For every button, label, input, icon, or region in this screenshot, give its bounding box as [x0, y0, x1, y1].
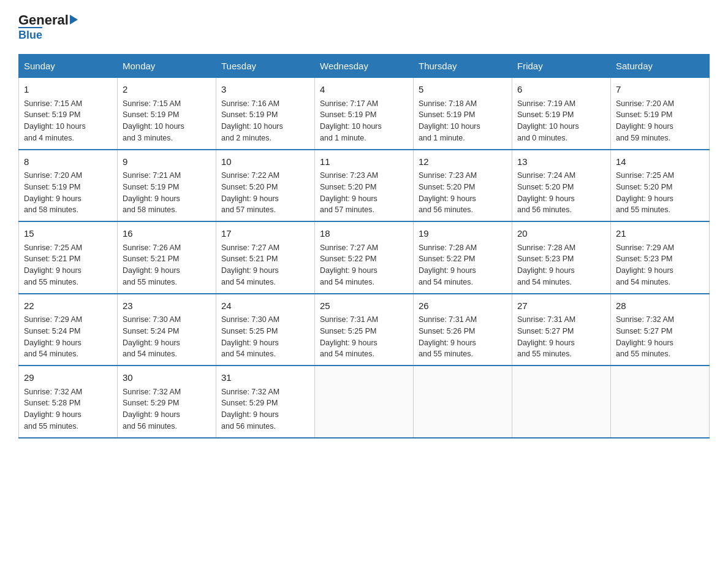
calendar-cell: 4 Sunrise: 7:17 AMSunset: 5:19 PMDayligh… [315, 78, 414, 150]
day-number: 10 [221, 155, 309, 169]
day-number: 30 [123, 371, 211, 385]
header-cell-saturday: Saturday [611, 55, 710, 78]
day-info: Sunrise: 7:20 AMSunset: 5:19 PMDaylight:… [24, 170, 112, 216]
calendar-cell: 21 Sunrise: 7:29 AMSunset: 5:23 PMDaylig… [611, 221, 710, 294]
calendar-cell: 9 Sunrise: 7:21 AMSunset: 5:19 PMDayligh… [118, 150, 216, 222]
day-number: 8 [24, 155, 112, 169]
calendar-body: 1 Sunrise: 7:15 AMSunset: 5:19 PMDayligh… [19, 78, 710, 438]
day-number: 2 [123, 83, 211, 97]
day-number: 20 [517, 227, 605, 241]
day-info: Sunrise: 7:28 AMSunset: 5:22 PMDaylight:… [419, 242, 507, 288]
day-number: 6 [517, 83, 605, 97]
calendar-cell: 1 Sunrise: 7:15 AMSunset: 5:19 PMDayligh… [19, 78, 118, 150]
day-number: 1 [24, 83, 112, 97]
calendar-cell: 16 Sunrise: 7:26 AMSunset: 5:21 PMDaylig… [118, 221, 216, 294]
calendar-cell: 25 Sunrise: 7:31 AMSunset: 5:25 PMDaylig… [315, 294, 414, 366]
calendar-cell: 20 Sunrise: 7:28 AMSunset: 5:23 PMDaylig… [512, 221, 611, 294]
day-info: Sunrise: 7:27 AMSunset: 5:21 PMDaylight:… [221, 242, 309, 288]
calendar-cell: 5 Sunrise: 7:18 AMSunset: 5:19 PMDayligh… [414, 78, 512, 150]
day-number: 26 [419, 299, 507, 313]
day-info: Sunrise: 7:16 AMSunset: 5:19 PMDaylight:… [221, 98, 309, 144]
day-number: 13 [517, 155, 605, 169]
calendar-cell: 29 Sunrise: 7:32 AMSunset: 5:28 PMDaylig… [19, 366, 118, 438]
day-info: Sunrise: 7:15 AMSunset: 5:19 PMDaylight:… [123, 98, 211, 144]
day-info: Sunrise: 7:23 AMSunset: 5:20 PMDaylight:… [419, 170, 507, 216]
calendar-header: SundayMondayTuesdayWednesdayThursdayFrid… [19, 55, 710, 78]
day-number: 21 [616, 227, 704, 241]
logo: General Blue [18, 12, 79, 42]
day-number: 18 [320, 227, 408, 241]
day-info: Sunrise: 7:30 AMSunset: 5:25 PMDaylight:… [221, 314, 309, 360]
day-info: Sunrise: 7:26 AMSunset: 5:21 PMDaylight:… [123, 242, 211, 288]
day-number: 9 [123, 155, 211, 169]
calendar-cell [414, 366, 512, 438]
day-number: 5 [419, 83, 507, 97]
calendar-table: SundayMondayTuesdayWednesdayThursdayFrid… [18, 54, 710, 439]
day-info: Sunrise: 7:29 AMSunset: 5:23 PMDaylight:… [616, 242, 704, 288]
calendar-cell: 30 Sunrise: 7:32 AMSunset: 5:29 PMDaylig… [118, 366, 216, 438]
calendar-cell: 2 Sunrise: 7:15 AMSunset: 5:19 PMDayligh… [118, 78, 216, 150]
day-number: 29 [24, 371, 112, 385]
calendar-cell [611, 366, 710, 438]
calendar-cell: 27 Sunrise: 7:31 AMSunset: 5:27 PMDaylig… [512, 294, 611, 366]
day-info: Sunrise: 7:30 AMSunset: 5:24 PMDaylight:… [123, 314, 211, 360]
calendar-cell: 3 Sunrise: 7:16 AMSunset: 5:19 PMDayligh… [216, 78, 315, 150]
day-number: 31 [221, 371, 309, 385]
day-number: 23 [123, 299, 211, 313]
day-info: Sunrise: 7:32 AMSunset: 5:29 PMDaylight:… [123, 386, 211, 432]
day-number: 17 [221, 227, 309, 241]
logo-blue-label: Blue [18, 27, 42, 42]
header-row: SundayMondayTuesdayWednesdayThursdayFrid… [19, 55, 710, 78]
day-info: Sunrise: 7:32 AMSunset: 5:27 PMDaylight:… [616, 314, 704, 360]
calendar-cell [315, 366, 414, 438]
calendar-cell: 26 Sunrise: 7:31 AMSunset: 5:26 PMDaylig… [414, 294, 512, 366]
day-info: Sunrise: 7:22 AMSunset: 5:20 PMDaylight:… [221, 170, 309, 216]
day-info: Sunrise: 7:32 AMSunset: 5:28 PMDaylight:… [24, 386, 112, 432]
day-info: Sunrise: 7:31 AMSunset: 5:25 PMDaylight:… [320, 314, 408, 360]
day-info: Sunrise: 7:17 AMSunset: 5:19 PMDaylight:… [320, 98, 408, 144]
header-cell-sunday: Sunday [19, 55, 118, 78]
day-number: 27 [517, 299, 605, 313]
calendar-cell: 13 Sunrise: 7:24 AMSunset: 5:20 PMDaylig… [512, 150, 611, 222]
day-number: 15 [24, 227, 112, 241]
day-info: Sunrise: 7:18 AMSunset: 5:19 PMDaylight:… [419, 98, 507, 144]
day-number: 14 [616, 155, 704, 169]
day-info: Sunrise: 7:19 AMSunset: 5:19 PMDaylight:… [517, 98, 605, 144]
day-number: 4 [320, 83, 408, 97]
header-cell-wednesday: Wednesday [315, 55, 414, 78]
header-cell-friday: Friday [512, 55, 611, 78]
calendar-cell: 15 Sunrise: 7:25 AMSunset: 5:21 PMDaylig… [19, 221, 118, 294]
header-cell-thursday: Thursday [414, 55, 512, 78]
calendar-week-1: 1 Sunrise: 7:15 AMSunset: 5:19 PMDayligh… [19, 78, 710, 150]
calendar-cell [512, 366, 611, 438]
day-info: Sunrise: 7:29 AMSunset: 5:24 PMDaylight:… [24, 314, 112, 360]
day-number: 3 [221, 83, 309, 97]
day-info: Sunrise: 7:21 AMSunset: 5:19 PMDaylight:… [123, 170, 211, 216]
calendar-cell: 28 Sunrise: 7:32 AMSunset: 5:27 PMDaylig… [611, 294, 710, 366]
calendar-cell: 19 Sunrise: 7:28 AMSunset: 5:22 PMDaylig… [414, 221, 512, 294]
calendar-week-5: 29 Sunrise: 7:32 AMSunset: 5:28 PMDaylig… [19, 366, 710, 438]
day-info: Sunrise: 7:27 AMSunset: 5:22 PMDaylight:… [320, 242, 408, 288]
calendar-cell: 11 Sunrise: 7:23 AMSunset: 5:20 PMDaylig… [315, 150, 414, 222]
calendar-cell: 22 Sunrise: 7:29 AMSunset: 5:24 PMDaylig… [19, 294, 118, 366]
logo-general-text: General [18, 12, 69, 28]
day-number: 19 [419, 227, 507, 241]
calendar-cell: 7 Sunrise: 7:20 AMSunset: 5:19 PMDayligh… [611, 78, 710, 150]
day-info: Sunrise: 7:25 AMSunset: 5:21 PMDaylight:… [24, 242, 112, 288]
day-info: Sunrise: 7:25 AMSunset: 5:20 PMDaylight:… [616, 170, 704, 216]
day-number: 16 [123, 227, 211, 241]
day-number: 24 [221, 299, 309, 313]
day-number: 12 [419, 155, 507, 169]
day-number: 11 [320, 155, 408, 169]
calendar-week-4: 22 Sunrise: 7:29 AMSunset: 5:24 PMDaylig… [19, 294, 710, 366]
calendar-cell: 10 Sunrise: 7:22 AMSunset: 5:20 PMDaylig… [216, 150, 315, 222]
day-info: Sunrise: 7:31 AMSunset: 5:26 PMDaylight:… [419, 314, 507, 360]
calendar-cell: 24 Sunrise: 7:30 AMSunset: 5:25 PMDaylig… [216, 294, 315, 366]
logo-arrow-icon [70, 15, 78, 25]
day-number: 22 [24, 299, 112, 313]
day-info: Sunrise: 7:31 AMSunset: 5:27 PMDaylight:… [517, 314, 605, 360]
day-info: Sunrise: 7:32 AMSunset: 5:29 PMDaylight:… [221, 386, 309, 432]
header-cell-monday: Monday [118, 55, 216, 78]
page-header: General Blue [18, 12, 710, 42]
day-info: Sunrise: 7:24 AMSunset: 5:20 PMDaylight:… [517, 170, 605, 216]
